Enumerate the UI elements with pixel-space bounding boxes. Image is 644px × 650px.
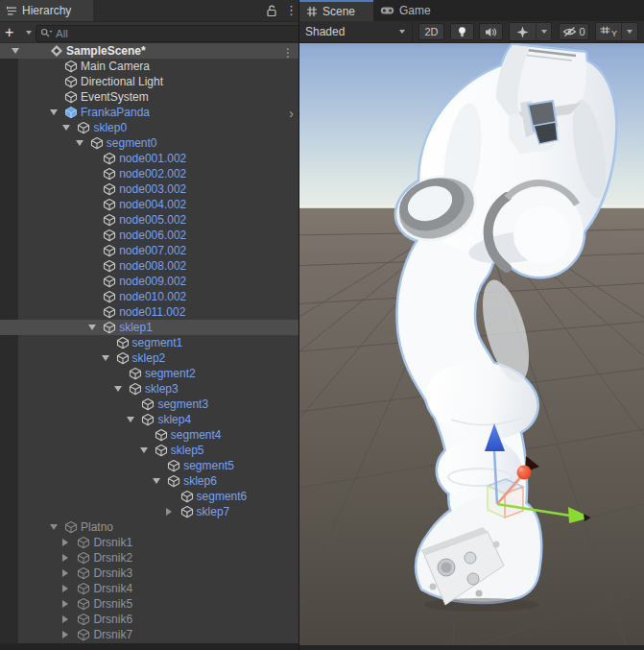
tree-row-segment2[interactable]: segment2 [0,366,298,381]
scene-viewport[interactable] [299,43,644,645]
tree-row-label: sklep7 [197,505,230,518]
search-input[interactable] [56,28,298,39]
tree-row-sklep5[interactable]: sklep5 [0,443,298,458]
tab-game[interactable]: Game [373,0,441,21]
expand-arrow-icon[interactable] [62,569,68,577]
expand-arrow-icon[interactable] [62,631,68,638]
collapse-arrow-icon[interactable] [50,109,58,115]
gameobject-cube-icon [129,382,142,396]
tree-row-drsnik1[interactable]: Drsnik1 [0,535,298,550]
tree-row-sklep6[interactable]: sklep6 [0,473,298,489]
tree-row-node008-002[interactable]: node008.002 [0,258,298,274]
prefab-open-chevron-icon[interactable] [289,105,294,120]
tree-row-drsnik4[interactable]: Drsnik4 [0,581,298,596]
tree-row-sklep3[interactable]: sklep3 [0,381,298,397]
collapse-arrow-icon[interactable] [88,325,96,330]
tree-row-segment6[interactable]: segment6 [0,489,298,504]
tree-row-segment5[interactable]: segment5 [0,458,298,473]
collapse-arrow-icon[interactable] [114,386,122,392]
tree-row-segment0[interactable]: segment0 [0,135,298,151]
tree-row-label: Drsnik4 [93,582,132,595]
shading-mode-dropdown[interactable]: Shaded [299,21,413,42]
tree-row-sklep2[interactable]: sklep2 [0,350,298,366]
collapse-arrow-icon[interactable] [62,125,70,131]
row-menu-icon[interactable] [282,43,294,59]
scene-effects-button[interactable] [510,23,536,40]
collapse-arrow-icon[interactable] [153,478,160,484]
tree-row-node001-002[interactable]: node001.002 [0,151,298,166]
unlock-icon[interactable] [266,5,277,17]
tree-row-node006-002[interactable]: node006.002 [0,228,298,243]
scene-visibility-button[interactable]: 0 [559,23,589,40]
expand-arrow-icon[interactable] [62,600,68,608]
unity-scene-icon [50,44,63,58]
hierarchy-search[interactable] [36,25,302,42]
collapse-arrow-icon[interactable] [102,355,109,361]
tree-row-node010-002[interactable]: node010.002 [0,289,298,304]
hierarchy-tab-label: Hierarchy [22,4,71,17]
tree-row-sklep4[interactable]: sklep4 [0,412,298,427]
tree-row-segment4[interactable]: segment4 [0,427,298,443]
tree-row-sklep0[interactable]: sklep0 [0,120,298,135]
hierarchy-tree: SampleScene*Main CameraDirectional Light… [0,43,298,643]
expand-arrow-icon[interactable] [62,615,68,623]
grid-dropdown[interactable] [621,23,637,40]
hierarchy-menu-icon[interactable] [285,0,295,21]
tree-row-drsnik7[interactable]: Drsnik7 [0,627,298,642]
tree-row-label: sklep0 [93,121,127,134]
scene-panel: Scene Game Shaded 2D [299,0,644,650]
collapse-arrow-icon[interactable] [127,417,134,422]
tree-row-label: node008.002 [119,259,186,273]
game-tab-label: Game [399,4,431,17]
tree-row-samplescene[interactable]: SampleScene* [0,43,298,59]
toggle-2d-button[interactable]: 2D [418,23,444,40]
tree-row-drsnik3[interactable]: Drsnik3 [0,566,298,581]
tree-row-segment3[interactable]: segment3 [0,397,298,412]
gameobject-cube-icon [103,290,116,303]
tree-row-node007-002[interactable]: node007.002 [0,243,298,258]
tree-row-segment1[interactable]: segment1 [0,335,298,350]
tree-row-sklep1[interactable]: sklep1 [0,320,298,335]
scene-effects-dropdown[interactable] [536,23,551,40]
tree-row-label: node009.002 [119,275,186,288]
grid-visibility-icon [600,26,610,37]
expand-arrow-icon[interactable] [62,585,68,592]
hierarchy-toolbar: + [0,22,298,43]
tree-row-frankapanda[interactable]: FrankaPanda [0,105,298,120]
scene-lighting-button[interactable] [450,23,474,40]
tree-row-node011-002[interactable]: node011.002 [0,304,298,320]
tree-row-node009-002[interactable]: node009.002 [0,274,298,289]
tree-row-eventsystem[interactable]: EventSystem [0,89,298,105]
tree-row-node004-002[interactable]: node004.002 [0,197,298,212]
tree-row-label: Directional Light [81,75,163,88]
expand-arrow-icon[interactable] [62,554,68,562]
prefab-cube-icon [64,106,78,119]
grid-visibility-button[interactable]: Y [596,23,621,40]
scene-tab-label: Scene [322,5,355,18]
collapse-arrow-icon[interactable] [140,447,148,453]
scene-audio-button[interactable] [479,23,503,40]
expand-arrow-icon[interactable] [166,508,172,516]
effects-icon [516,26,529,38]
tree-row-main-camera[interactable]: Main Camera [0,59,298,74]
collapse-arrow-icon[interactable] [76,140,83,146]
tree-row-platno[interactable]: Platno [0,519,298,535]
tab-scene[interactable]: Scene [299,0,373,21]
tree-row-drsnik6[interactable]: Drsnik6 [0,612,298,627]
expand-arrow-icon[interactable] [62,539,68,546]
tab-hierarchy[interactable]: Hierarchy [0,0,93,21]
tree-row-sklep7[interactable]: sklep7 [0,504,298,519]
gameobject-cube-icon [77,597,90,611]
shading-mode-label: Shaded [305,25,345,38]
gizmo-plane-handles[interactable] [488,479,523,518]
tree-row-directional-light[interactable]: Directional Light [0,74,298,89]
collapse-arrow-icon[interactable] [50,524,58,530]
tree-row-drsnik2[interactable]: Drsnik2 [0,550,298,566]
create-object-button[interactable]: + [5,24,32,41]
tree-row-drsnik5[interactable]: Drsnik5 [0,596,298,612]
tree-row-node002-002[interactable]: node002.002 [0,166,298,181]
collapse-arrow-icon[interactable] [12,48,19,54]
tree-row-node005-002[interactable]: node005.002 [0,212,298,228]
tree-row-node003-002[interactable]: node003.002 [0,181,298,197]
tree-row-label: Drsnik7 [93,628,132,641]
